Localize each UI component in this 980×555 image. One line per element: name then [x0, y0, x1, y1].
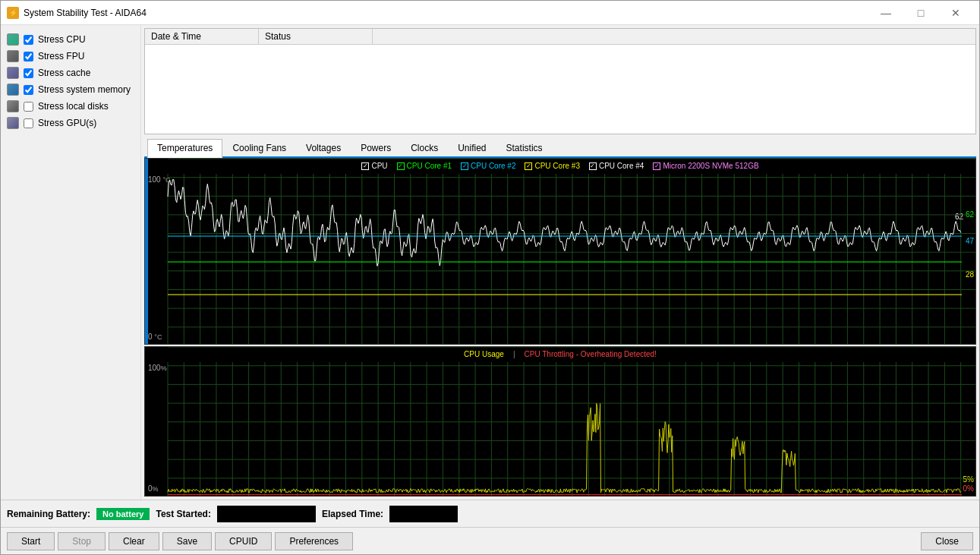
- stress-fpu-label: Stress FPU: [38, 51, 84, 61]
- legend-cpu: ✓ CPU: [361, 162, 387, 170]
- main-window: ⚡ System Stability Test - AIDA64 — □ ✕ S…: [0, 0, 980, 555]
- minimize-button[interactable]: —: [868, 1, 903, 25]
- usage-chart: CPU Usage | CPU Throttling - Overheating…: [144, 346, 976, 497]
- stress-gpu-label: Stress GPU(s): [38, 118, 96, 128]
- tab-statistics[interactable]: Statistics: [496, 139, 553, 156]
- legend-core1-check: ✓: [397, 162, 405, 170]
- tab-temperatures[interactable]: Temperatures: [147, 139, 222, 158]
- legend-core4-text: CPU Core #4: [599, 162, 644, 170]
- sidebar-item-stress-memory: Stress system memory: [4, 81, 137, 98]
- stress-memory-checkbox[interactable]: [24, 85, 33, 95]
- charts-area: ✓ CPU ✓ CPU Core #1 ✓ CPU Core #2 ✓: [141, 158, 979, 500]
- legend-cpu-usage: CPU Usage: [464, 350, 504, 358]
- window-controls: — □ ✕: [868, 1, 973, 25]
- stop-button[interactable]: Stop: [58, 532, 106, 550]
- memory-icon: [7, 84, 19, 96]
- log-body[interactable]: [145, 45, 975, 133]
- elapsed-label: Elapsed Time:: [322, 509, 383, 519]
- legend-separator: |: [513, 350, 515, 358]
- legend-core3-text: CPU Core #3: [534, 162, 579, 170]
- legend-core4-check: ✓: [589, 162, 597, 170]
- legend-core3-check: ✓: [525, 162, 532, 170]
- legend-core3: ✓ CPU Core #3: [525, 162, 579, 170]
- stress-cache-checkbox[interactable]: [24, 68, 33, 78]
- log-header: Date & Time Status: [145, 29, 975, 45]
- status-bar: Remaining Battery: No battery Test Start…: [1, 500, 979, 527]
- usage-chart-legend: CPU Usage | CPU Throttling - Overheating…: [145, 350, 975, 358]
- stress-memory-label: Stress system memory: [38, 84, 131, 95]
- log-datetime-header: Date & Time: [145, 29, 259, 44]
- stress-gpu-checkbox[interactable]: [24, 118, 33, 128]
- legend-core4: ✓ CPU Core #4: [589, 162, 644, 170]
- legend-core1: ✓ CPU Core #1: [397, 162, 452, 170]
- temp-chart-svg: [145, 159, 975, 344]
- right-panel: Date & Time Status Temperatures Cooling …: [141, 25, 979, 500]
- app-icon: ⚡: [7, 7, 19, 19]
- save-button[interactable]: Save: [162, 532, 212, 550]
- cpu-icon: [7, 33, 19, 46]
- maximize-button[interactable]: □: [903, 1, 938, 25]
- start-button[interactable]: Start: [7, 532, 55, 550]
- sidebar-item-stress-cpu: Stress CPU: [4, 31, 137, 48]
- preferences-button[interactable]: Preferences: [275, 532, 353, 550]
- close-button[interactable]: ✕: [938, 1, 973, 25]
- stress-disk-label: Stress local disks: [38, 101, 109, 112]
- log-area: Date & Time Status: [144, 28, 976, 134]
- legend-cpu-text: CPU: [371, 162, 387, 170]
- legend-core1-text: CPU Core #1: [407, 162, 452, 170]
- main-content: Stress CPU Stress FPU Stress cache Stres…: [1, 25, 979, 500]
- legend-nvme-check: ✓: [653, 162, 660, 170]
- legend-nvme: ✓ Micron 2200S NVMe 512GB: [653, 162, 758, 170]
- temp-chart-legend: ✓ CPU ✓ CPU Core #1 ✓ CPU Core #2 ✓: [145, 162, 975, 170]
- battery-value: No battery: [96, 508, 150, 520]
- sidebar: Stress CPU Stress FPU Stress cache Stres…: [1, 25, 141, 500]
- temperature-chart: ✓ CPU ✓ CPU Core #1 ✓ CPU Core #2 ✓: [144, 158, 976, 345]
- sidebar-item-stress-cache: Stress cache: [4, 65, 137, 81]
- log-status-header: Status: [259, 29, 373, 44]
- footer: Start Stop Clear Save CPUID Preferences …: [1, 527, 979, 554]
- stress-cache-label: Stress cache: [38, 68, 90, 78]
- window-title: System Stability Test - AIDA64: [24, 8, 147, 18]
- test-started-label: Test Started:: [156, 509, 210, 519]
- elapsed-value: [389, 506, 458, 522]
- stress-cpu-label: Stress CPU: [38, 34, 86, 45]
- usage-chart-svg: [145, 347, 975, 496]
- tab-unified[interactable]: Unified: [448, 139, 496, 156]
- fpu-icon: [7, 50, 19, 62]
- stress-disk-checkbox[interactable]: [24, 102, 33, 112]
- close-window-button[interactable]: Close: [921, 532, 973, 550]
- titlebar: ⚡ System Stability Test - AIDA64 — □ ✕: [1, 1, 979, 25]
- test-started-value: [217, 506, 316, 522]
- stress-fpu-checkbox[interactable]: [24, 52, 33, 61]
- legend-throttling: CPU Throttling - Overheating Detected!: [525, 350, 657, 358]
- legend-core2: ✓ CPU Core #2: [461, 162, 515, 170]
- titlebar-left: ⚡ System Stability Test - AIDA64: [7, 7, 147, 19]
- tabs-bar: Temperatures Cooling Fans Voltages Power…: [144, 137, 976, 158]
- tab-voltages[interactable]: Voltages: [296, 139, 351, 156]
- cpuid-button[interactable]: CPUID: [215, 532, 272, 550]
- legend-nvme-text: Micron 2200S NVMe 512GB: [663, 162, 758, 170]
- cache-icon: [7, 67, 19, 79]
- gpu-icon: [7, 117, 19, 129]
- sidebar-item-stress-gpu: Stress GPU(s): [4, 115, 137, 131]
- clear-button[interactable]: Clear: [109, 532, 159, 550]
- legend-cpu-check: ✓: [361, 162, 369, 170]
- tab-cooling-fans[interactable]: Cooling Fans: [222, 139, 296, 156]
- legend-core2-check: ✓: [461, 162, 468, 170]
- tab-clocks[interactable]: Clocks: [401, 139, 448, 156]
- disk-icon: [7, 100, 19, 112]
- tab-powers[interactable]: Powers: [351, 139, 401, 156]
- battery-label: Remaining Battery:: [7, 509, 90, 519]
- stress-cpu-checkbox[interactable]: [24, 35, 33, 45]
- sidebar-item-stress-disk: Stress local disks: [4, 98, 137, 115]
- legend-core2-text: CPU Core #2: [471, 162, 515, 170]
- sidebar-item-stress-fpu: Stress FPU: [4, 48, 137, 65]
